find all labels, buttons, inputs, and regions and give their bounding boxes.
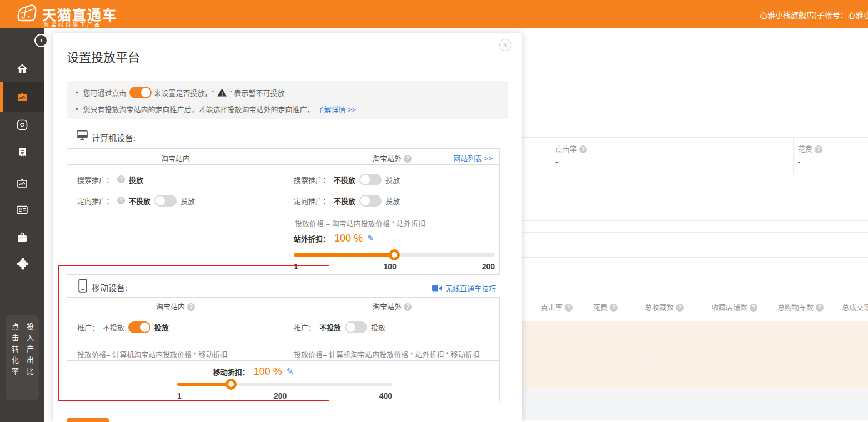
- report-list-icon: [16, 146, 29, 159]
- bg-divider: [522, 257, 868, 258]
- offsite-search-toggle[interactable]: [359, 174, 382, 185]
- row-alt-state: 投放: [371, 322, 385, 333]
- row-state: 不投放: [334, 195, 355, 206]
- help-icon[interactable]: ?: [187, 303, 195, 311]
- sidebar-item-tools[interactable]: [16, 230, 29, 244]
- highlighted-table-row[interactable]: [522, 321, 868, 389]
- slider-handle[interactable]: [389, 249, 400, 260]
- offsite-discount-slider[interactable]: [294, 249, 495, 260]
- mobile-onsite-toggle[interactable]: [128, 321, 150, 333]
- train-logo-icon: [16, 3, 38, 24]
- video-icon: [432, 285, 443, 292]
- help-icon[interactable]: ?: [565, 304, 573, 312]
- column-divider: [284, 149, 284, 275]
- help-icon[interactable]: ?: [750, 304, 757, 312]
- slider-max-label: 200: [482, 262, 495, 271]
- mobile-platform-table: 淘宝站内? 淘宝站外? 推广： 不投放 投放 投放价格= 计算机淘宝站内投放价格…: [67, 297, 500, 401]
- creative-frame-icon: [16, 177, 29, 190]
- onsite-target-toggle[interactable]: [154, 195, 177, 207]
- bg-divider: [522, 174, 868, 174]
- help-icon[interactable]: ?: [404, 155, 412, 163]
- help-icon[interactable]: ?: [676, 304, 684, 312]
- notice-line-2: 您只有投放淘宝站内的定向推广后，才能选择投放淘宝站外的定向推广， 了解详情 >>: [76, 104, 356, 114]
- save-button[interactable]: [67, 418, 109, 422]
- help-icon[interactable]: ?: [815, 145, 822, 153]
- mobile-discount-slider[interactable]: [177, 379, 392, 390]
- help-icon[interactable]: ?: [404, 303, 412, 311]
- help-icon[interactable]: ?: [117, 175, 125, 183]
- sidebar-item-campaign-active[interactable]: [0, 82, 44, 112]
- bg-divider: [550, 138, 550, 174]
- help-icon[interactable]: ?: [610, 304, 618, 312]
- edit-pencil-icon[interactable]: ✎: [287, 366, 294, 376]
- bg-divider: [522, 220, 868, 221]
- col-taobao-onsite: 淘宝站内?: [67, 301, 284, 312]
- sidebar-item-creatives[interactable]: [16, 177, 29, 190]
- row-state: 投放: [154, 322, 169, 333]
- row-off-state: 不投放: [103, 322, 124, 333]
- row-state: 投放: [129, 174, 143, 185]
- top-header-bar: 天猫直通车 阿里妈妈旗下产品 心雅小栈旗舰店(子帐号：心雅小栈: [0, 0, 868, 28]
- tools-briefcase-icon: [16, 230, 29, 244]
- sidebar-item-favorites[interactable]: [16, 118, 29, 132]
- example-toggle[interactable]: [129, 87, 152, 98]
- help-icon[interactable]: ?: [579, 145, 587, 153]
- account-name[interactable]: 心雅小栈旗舰店(子帐号：心雅小栈: [760, 9, 868, 20]
- mobile-offsite-formula: 投放价格= 计算机淘宝站内投放价格 * 站外折扣 * 移动折扣: [294, 349, 480, 359]
- computer-platform-table: 淘宝站内 淘宝站外? 网站列表 >> 搜索推广：? 投放 定向推广：? 不投放 …: [67, 148, 500, 275]
- site-list-link[interactable]: 网站列表 >>: [453, 153, 493, 163]
- wireless-tips-link[interactable]: 无线直通车技巧: [432, 283, 496, 293]
- learn-more-link[interactable]: 了解详情 >>: [317, 104, 357, 114]
- row-divider: [67, 360, 499, 361]
- col-header-ctr: 点击率?: [541, 302, 573, 312]
- onsite-target-row: 定向推广：? 不投放 投放: [77, 194, 195, 207]
- slider-handle[interactable]: [225, 379, 237, 390]
- sidebar-item-home[interactable]: [16, 62, 29, 76]
- cell-value: -: [593, 350, 595, 359]
- edit-pencil-icon[interactable]: ✎: [367, 233, 374, 243]
- sidebar-item-reports[interactable]: [16, 146, 29, 159]
- toggle-knob: [360, 196, 370, 205]
- sidebar-item-account-card[interactable]: [16, 203, 29, 217]
- sidebar-collapse-toggle[interactable]: ›: [34, 34, 48, 47]
- help-icon[interactable]: ?: [816, 304, 824, 312]
- slider-max-label: 400: [379, 391, 392, 400]
- slider-fill: [294, 253, 394, 257]
- computer-section-heading: 计算机设备:: [92, 132, 136, 143]
- offsite-target-row: 定向推广： 不投放 投放: [294, 194, 400, 207]
- bg-divider: [522, 293, 868, 293]
- close-icon[interactable]: ×: [499, 39, 511, 51]
- mobile-offsite-toggle[interactable]: [345, 321, 367, 333]
- computer-table-header: 淘宝站内 淘宝站外? 网站列表 >>: [67, 149, 499, 165]
- row-label: 推广：: [77, 322, 99, 333]
- row-label: 搜索推广：: [294, 174, 330, 185]
- monitor-icon: [76, 130, 88, 141]
- help-icon[interactable]: ?: [117, 197, 125, 204]
- discount-label: 移动折扣：: [213, 366, 249, 377]
- sidebar-nav: 点击转化率 投入产出比: [0, 28, 44, 422]
- row-label: 定向推广：: [294, 195, 330, 206]
- toggle-knob: [360, 175, 370, 184]
- stat-label-ctr: 点击率?: [555, 143, 587, 154]
- account-card-icon: [16, 203, 29, 217]
- mobile-section-heading: 移动设备:: [92, 282, 127, 293]
- app-root: 点击率? - 花费? - 点击率? 花费? 总收藏数? 收藏店铺数? 总购物车数…: [0, 0, 868, 422]
- cell-value: -: [777, 350, 780, 359]
- home-icon: [16, 62, 29, 76]
- mobile-offsite-row: 推广： 不投放 投放: [294, 321, 385, 333]
- column-divider: [284, 298, 284, 360]
- sidebar-item-profile[interactable]: [16, 257, 29, 270]
- bg-divider: [522, 137, 868, 138]
- offsite-target-toggle[interactable]: [359, 195, 382, 207]
- col-taobao-offsite: 淘宝站外?: [284, 301, 500, 312]
- chevron-right-icon: ›: [40, 36, 43, 44]
- onsite-search-row: 搜索推广：? 投放: [77, 173, 143, 185]
- slider-mid-label: 100: [384, 262, 397, 271]
- sidebar-metrics-panel[interactable]: 点击转化率 投入产出比: [6, 315, 39, 400]
- metric-click-conversion: 点击转化率: [9, 323, 20, 400]
- col-header-orders: 总成交笔: [842, 302, 868, 312]
- notice-box: 您可通过点击 来设置是否投放，" ! " 表示暂不可投放 您只有投放淘宝站内的定…: [67, 81, 508, 119]
- close-glyph: ×: [503, 40, 508, 49]
- warning-icon: !: [217, 89, 227, 97]
- stat-value-ctr: -: [555, 158, 558, 166]
